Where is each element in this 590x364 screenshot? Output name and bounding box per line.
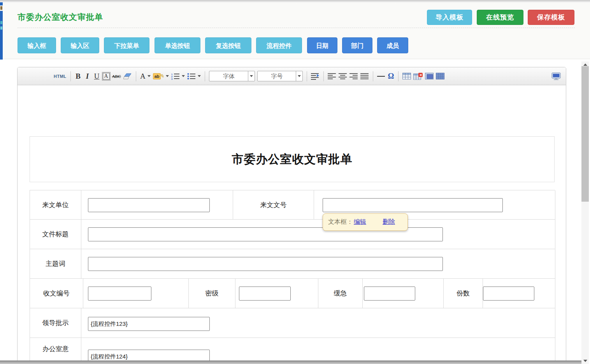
editor-document[interactable]: 市委办公室收文审批单 来文单位 来文文号 文件标题 xyxy=(18,85,566,364)
html-source-button[interactable]: HTML xyxy=(53,70,68,83)
incoming-unit-input[interactable] xyxy=(88,198,210,212)
form-title: 市委办公室收文审批单 xyxy=(232,151,353,167)
table-row: 来文单位 来文文号 xyxy=(30,190,555,220)
table-row: 领导批示 xyxy=(30,308,555,338)
underline-button[interactable]: U xyxy=(92,70,102,83)
edit-field-link[interactable]: 编辑 xyxy=(354,218,366,226)
delete-table-button[interactable]: ✕ xyxy=(412,70,424,83)
tool-button-flow-control[interactable]: 流程控件 xyxy=(256,37,302,53)
table-row: 主题词 xyxy=(30,249,555,279)
background-icon xyxy=(0,5,3,11)
label-urgency: 缓急 xyxy=(318,279,363,308)
tool-button-date[interactable]: 日期 xyxy=(307,37,337,53)
window-bottom-edge xyxy=(0,360,581,364)
form-title-box: 市委办公室收文审批单 xyxy=(30,136,555,182)
form-table: 来文单位 来文文号 文件标题 主题词 xyxy=(30,190,555,364)
tool-button-checkbox[interactable]: 复选按钮 xyxy=(205,37,251,53)
cell-properties-button[interactable] xyxy=(424,70,435,83)
fullscreen-icon[interactable] xyxy=(550,70,562,83)
font-family-select[interactable]: 字体 xyxy=(209,71,255,81)
label-copies: 份数 xyxy=(444,279,483,308)
horizontal-rule-button[interactable] xyxy=(376,70,386,83)
label-receipt-number: 收文编号 xyxy=(30,279,83,308)
copies-input[interactable] xyxy=(483,287,534,301)
label-subject-words: 主题词 xyxy=(30,249,81,279)
tool-button-input-box[interactable]: 输入框 xyxy=(18,37,56,53)
table-row: 文件标题 xyxy=(30,220,555,249)
strikethrough-button[interactable]: ABC xyxy=(111,70,122,83)
receipt-number-input[interactable] xyxy=(88,287,151,301)
svg-text:✕: ✕ xyxy=(420,73,423,77)
page-title: 市委办公室收文审批单 xyxy=(18,12,103,23)
field-action-tooltip: 文本框： 编辑 删除 xyxy=(323,213,408,231)
table-row: 收文编号 密级 缓急 份数 xyxy=(30,279,555,308)
font-size-select[interactable]: 字号 xyxy=(257,71,303,81)
label-leader-instructions: 领导批示 xyxy=(30,308,81,338)
text-color-button[interactable]: A xyxy=(139,70,152,83)
leader-instructions-input[interactable] xyxy=(88,317,210,331)
subject-words-input[interactable] xyxy=(88,257,443,271)
background-window-sliver xyxy=(0,2,3,60)
highlight-button[interactable]: ab✎ xyxy=(152,70,170,83)
field-type-label: 文本框： xyxy=(328,218,353,226)
incoming-doc-number-input[interactable] xyxy=(323,198,503,212)
label-document-title: 文件标题 xyxy=(30,220,81,249)
secrecy-level-input[interactable] xyxy=(239,287,291,301)
rich-text-editor: HTML B I U A ABC A ab✎ 1 2 3 xyxy=(17,67,566,364)
svg-text:3: 3 xyxy=(171,78,173,80)
background-icon xyxy=(0,21,2,24)
tool-button-radio[interactable]: 单选按钮 xyxy=(155,37,200,53)
align-left-button[interactable] xyxy=(327,70,337,83)
online-preview-button[interactable]: 在线预览 xyxy=(477,10,523,25)
delete-field-link[interactable]: 删除 xyxy=(383,218,395,226)
justify-button[interactable] xyxy=(359,70,370,83)
align-right-button[interactable] xyxy=(348,70,359,83)
editor-toolbar: HTML B I U A ABC A ab✎ 1 2 3 xyxy=(18,67,566,85)
font-border-button[interactable]: A xyxy=(102,70,111,83)
urgency-input[interactable] xyxy=(364,287,415,301)
bold-button[interactable]: B xyxy=(74,70,83,83)
vertical-scrollbar[interactable] xyxy=(581,62,589,364)
label-incoming-doc-number: 来文文号 xyxy=(233,190,314,220)
eraser-icon[interactable] xyxy=(122,70,133,83)
special-char-button[interactable]: Ω xyxy=(386,70,395,83)
tool-button-member[interactable]: 成员 xyxy=(377,37,408,53)
align-center-button[interactable] xyxy=(337,70,348,83)
insert-table-button[interactable] xyxy=(401,70,412,83)
dashed-separator xyxy=(18,28,575,28)
scroll-down-icon[interactable] xyxy=(581,358,589,364)
indent-button[interactable] xyxy=(310,70,321,83)
label-secrecy-level: 密级 xyxy=(189,279,235,308)
ordered-list-button[interactable]: 1 2 3 xyxy=(170,70,186,83)
chevron-down-icon[interactable] xyxy=(296,71,302,81)
table-row: 办公室意见 xyxy=(30,338,555,364)
chevron-down-icon[interactable] xyxy=(248,71,255,81)
tool-button-input-area[interactable]: 输入区 xyxy=(61,37,99,53)
header-bar: 市委办公室收文审批单 导入模板 在线预览 保存模板 输入框 输入区 下拉菜单 单… xyxy=(3,2,590,59)
label-incoming-unit: 来文单位 xyxy=(30,190,81,220)
italic-button[interactable]: I xyxy=(83,70,92,83)
background-icon xyxy=(0,26,2,30)
bullet-list-button[interactable] xyxy=(186,70,202,83)
tool-button-department[interactable]: 部门 xyxy=(342,37,372,53)
table-properties-button[interactable] xyxy=(435,70,446,83)
scrollbar-thumb[interactable] xyxy=(581,66,589,202)
save-template-button[interactable]: 保存模板 xyxy=(528,10,574,25)
import-template-button[interactable]: 导入模板 xyxy=(427,10,472,25)
tool-button-dropdown[interactable]: 下拉菜单 xyxy=(104,37,149,53)
